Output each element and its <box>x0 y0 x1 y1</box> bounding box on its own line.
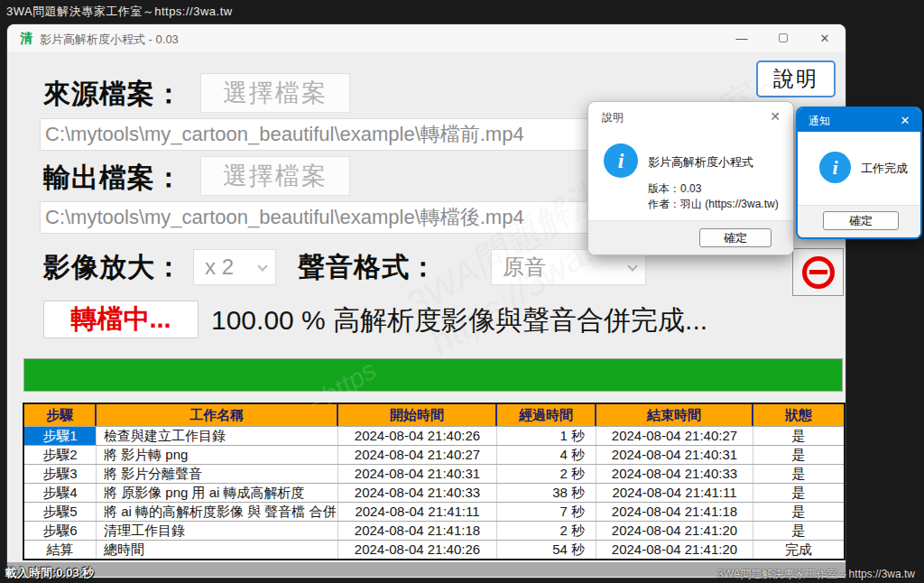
help-app-name: 影片高解析度小程式 <box>648 154 753 171</box>
load-time-status: 載入時間:0.03 秒 <box>5 565 94 581</box>
cell-task: 總時間 <box>97 541 338 559</box>
cell-end: 2024-08-04 21:40:31 <box>596 446 753 464</box>
close-icon[interactable]: ✕ <box>897 112 913 128</box>
cell-step: 步驟4 <box>24 484 97 502</box>
info-icon: i <box>819 152 851 183</box>
help-button[interactable]: 說明 <box>756 60 836 97</box>
cell-end: 2024-08-04 21:41:20 <box>596 541 753 559</box>
info-icon: i <box>604 143 638 178</box>
output-path-input[interactable]: C:\mytools\my_cartoon_beautiful\example\… <box>40 201 608 234</box>
notify-dialog-title: 通知 <box>808 114 830 129</box>
help-dialog-footer: 確定 <box>588 220 793 254</box>
cell-step: 步驟5 <box>24 503 97 521</box>
audio-format-label: 聲音格式： <box>298 249 438 286</box>
cell-elapsed: 54 秒 <box>497 541 596 559</box>
cell-status: 是 <box>753 522 844 540</box>
help-dialog: 說明 ✕ i 影片高解析度小程式 版本：0.03 作者：羽山 (https://… <box>587 101 794 255</box>
cell-start: 2024-08-04 21:40:31 <box>338 465 497 483</box>
cell-status: 是 <box>753 484 844 502</box>
cell-status: 是 <box>753 503 844 521</box>
cell-elapsed: 38 秒 <box>497 484 596 502</box>
close-icon[interactable]: ✕ <box>766 107 784 125</box>
cell-start: 2024-08-04 21:40:33 <box>338 484 497 502</box>
scale-label: 影像放大： <box>43 249 183 286</box>
cell-step: 步驟3 <box>24 465 97 483</box>
chevron-down-icon <box>627 261 637 271</box>
column-header-start: 開始時間 <box>338 404 497 426</box>
source-file-label: 來源檔案： <box>43 76 183 113</box>
output-file-label: 輸出檔案： <box>43 160 183 197</box>
cell-task: 將 原影像 png 用 ai 轉成高解析度 <box>97 484 338 502</box>
cell-task: 將 影片轉 png <box>97 446 338 464</box>
progress-bar <box>23 358 843 392</box>
cell-status: 是 <box>753 465 844 483</box>
cell-start: 2024-08-04 21:40:26 <box>338 427 497 445</box>
cell-start: 2024-08-04 21:41:18 <box>338 522 497 540</box>
app-icon: 清 <box>20 31 32 47</box>
cell-end: 2024-08-04 21:41:11 <box>596 484 753 502</box>
table-row[interactable]: 步驟5 將 ai 轉的高解析度影像 與 聲音檔 合併... 2024-08-04… <box>24 502 844 521</box>
maximize-icon <box>779 33 788 42</box>
help-author-line: 作者：羽山 (https://3wa.tw) <box>648 197 779 212</box>
help-dialog-title: 說明 <box>602 110 624 125</box>
table-row[interactable]: 步驟1 檢查與建立工作目錄 2024-08-04 21:40:26 1 秒 20… <box>24 426 844 445</box>
source-pick-button[interactable]: 選擇檔案 <box>200 73 350 113</box>
progress-caption: 100.00 % 高解析度影像與聲音合併完成... <box>211 301 707 338</box>
notify-titlebar: 通知 ✕ <box>798 108 920 132</box>
desktop-title: 3WA問題解決專家工作室～https://3wa.tw <box>6 4 233 20</box>
table-header-row: 步驟 工作名稱 開始時間 經過時間 結束時間 狀態 <box>24 404 844 426</box>
column-header-task: 工作名稱 <box>97 404 338 426</box>
task-table: 步驟 工作名稱 開始時間 經過時間 結束時間 狀態 步驟1 檢查與建立工作目錄 … <box>23 403 845 560</box>
cell-status: 是 <box>753 446 844 464</box>
ok-button[interactable]: 確定 <box>823 211 899 230</box>
source-path-input[interactable]: C:\mytools\my_cartoon_beautiful\example\… <box>40 118 601 151</box>
chevron-down-icon <box>257 261 267 271</box>
cell-status: 完成 <box>753 541 844 559</box>
cell-start: 2024-08-04 21:40:27 <box>338 446 497 464</box>
cell-task: 將 ai 轉的高解析度影像 與 聲音檔 合併... <box>97 503 338 521</box>
cell-task: 清理工作目錄 <box>97 522 338 540</box>
cell-end: 2024-08-04 21:41:20 <box>596 522 753 540</box>
window-titlebar: 清 影片高解析度小程式 - 0.03 — ✕ <box>7 24 845 51</box>
cell-end: 2024-08-04 21:40:33 <box>596 465 753 483</box>
cell-step: 結算 <box>24 541 97 559</box>
minimize-button[interactable]: — <box>721 24 762 51</box>
stop-icon <box>802 256 835 289</box>
table-row[interactable]: 步驟6 清理工作目錄 2024-08-04 21:41:18 2 秒 2024-… <box>24 521 844 540</box>
progress-fill <box>24 359 842 391</box>
cell-elapsed: 1 秒 <box>497 427 596 445</box>
stop-button[interactable] <box>792 248 844 296</box>
cell-elapsed: 2 秒 <box>497 522 596 540</box>
cell-step: 步驟1 <box>24 427 97 445</box>
cell-end: 2024-08-04 21:41:18 <box>596 503 753 521</box>
cell-elapsed: 4 秒 <box>497 446 596 464</box>
converting-button[interactable]: 轉檔中... <box>43 301 199 338</box>
notify-dialog: 通知 ✕ i 工作完成 確定 <box>796 106 922 239</box>
help-version-line: 版本：0.03 <box>648 181 701 197</box>
maximize-button[interactable] <box>762 24 804 51</box>
scale-select[interactable]: x 2 <box>193 249 276 285</box>
scale-value: x 2 <box>205 254 234 279</box>
close-button[interactable]: ✕ <box>804 24 845 51</box>
cell-status: 是 <box>753 427 844 445</box>
table-row[interactable]: 步驟4 將 原影像 png 用 ai 轉成高解析度 2024-08-04 21:… <box>24 483 844 502</box>
desktop: 3WA問題解決專家工作室～https://3wa.tw 3WA問題解決專家工作室… <box>0 0 924 583</box>
column-header-step: 步驟 <box>24 404 97 426</box>
output-pick-button[interactable]: 選擇檔案 <box>200 156 350 196</box>
cell-task: 將 影片分離聲音 <box>97 465 338 483</box>
cell-start: 2024-08-04 21:40:26 <box>338 541 497 559</box>
table-row[interactable]: 步驟2 將 影片轉 png 2024-08-04 21:40:27 4 秒 20… <box>24 445 844 464</box>
cell-task: 檢查與建立工作目錄 <box>97 427 338 445</box>
cell-start: 2024-08-04 21:41:11 <box>338 503 497 521</box>
notify-message: 工作完成 <box>861 161 908 177</box>
audio-format-value: 原音 <box>503 254 546 279</box>
cell-step: 步驟6 <box>24 522 97 540</box>
column-header-elapsed: 經過時間 <box>497 404 596 426</box>
cell-elapsed: 2 秒 <box>497 465 596 483</box>
notify-dialog-footer: 確定 <box>798 205 920 237</box>
ok-button[interactable]: 確定 <box>699 228 772 247</box>
table-row[interactable]: 結算 總時間 2024-08-04 21:40:26 54 秒 2024-08-… <box>24 540 844 559</box>
desktop-bottom-title: 3WA問題解決專家工作室～https://3wa.tw <box>717 567 915 582</box>
table-row[interactable]: 步驟3 將 影片分離聲音 2024-08-04 21:40:31 2 秒 202… <box>24 464 844 483</box>
cell-end: 2024-08-04 21:40:27 <box>596 427 753 445</box>
